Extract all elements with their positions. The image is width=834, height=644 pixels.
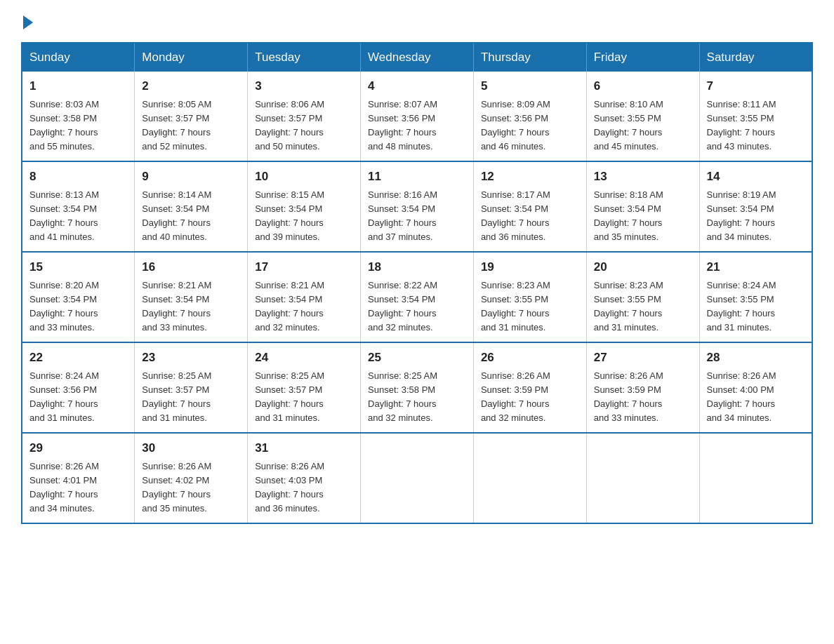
day-number: 27 bbox=[594, 349, 692, 367]
calendar-cell: 11 Sunrise: 8:16 AMSunset: 3:54 PMDaylig… bbox=[361, 161, 474, 252]
day-info: Sunrise: 8:13 AMSunset: 3:54 PMDaylight:… bbox=[29, 189, 99, 242]
day-info: Sunrise: 8:15 AMSunset: 3:54 PMDaylight:… bbox=[255, 189, 324, 242]
calendar-cell: 27 Sunrise: 8:26 AMSunset: 3:59 PMDaylig… bbox=[586, 342, 699, 433]
day-number: 17 bbox=[255, 258, 353, 276]
day-info: Sunrise: 8:05 AMSunset: 3:57 PMDaylight:… bbox=[142, 99, 211, 152]
calendar-cell: 15 Sunrise: 8:20 AMSunset: 3:54 PMDaylig… bbox=[22, 252, 135, 342]
day-number: 11 bbox=[368, 168, 466, 186]
day-info: Sunrise: 8:22 AMSunset: 3:54 PMDaylight:… bbox=[368, 280, 437, 333]
day-info: Sunrise: 8:17 AMSunset: 3:54 PMDaylight:… bbox=[481, 189, 550, 242]
calendar-cell: 19 Sunrise: 8:23 AMSunset: 3:55 PMDaylig… bbox=[473, 252, 586, 342]
calendar-cell: 16 Sunrise: 8:21 AMSunset: 3:54 PMDaylig… bbox=[135, 252, 248, 342]
calendar-cell: 12 Sunrise: 8:17 AMSunset: 3:54 PMDaylig… bbox=[473, 161, 586, 252]
day-number: 9 bbox=[142, 168, 240, 186]
day-info: Sunrise: 8:25 AMSunset: 3:58 PMDaylight:… bbox=[368, 370, 437, 423]
day-number: 28 bbox=[707, 349, 805, 367]
calendar-cell: 2 Sunrise: 8:05 AMSunset: 3:57 PMDayligh… bbox=[135, 72, 248, 161]
day-info: Sunrise: 8:06 AMSunset: 3:57 PMDaylight:… bbox=[255, 99, 324, 152]
day-info: Sunrise: 8:10 AMSunset: 3:55 PMDaylight:… bbox=[594, 99, 663, 152]
day-number: 21 bbox=[707, 258, 805, 276]
calendar-cell: 20 Sunrise: 8:23 AMSunset: 3:55 PMDaylig… bbox=[586, 252, 699, 342]
page-header bbox=[21, 14, 813, 29]
header-saturday: Saturday bbox=[699, 43, 812, 72]
day-number: 15 bbox=[29, 258, 127, 276]
day-number: 13 bbox=[594, 168, 692, 186]
day-info: Sunrise: 8:11 AMSunset: 3:55 PMDaylight:… bbox=[707, 99, 776, 152]
calendar-cell: 18 Sunrise: 8:22 AMSunset: 3:54 PMDaylig… bbox=[361, 252, 474, 342]
calendar-cell: 3 Sunrise: 8:06 AMSunset: 3:57 PMDayligh… bbox=[248, 72, 361, 161]
calendar-cell: 23 Sunrise: 8:25 AMSunset: 3:57 PMDaylig… bbox=[135, 342, 248, 433]
calendar-cell bbox=[699, 433, 812, 523]
day-number: 14 bbox=[707, 168, 805, 186]
day-number: 6 bbox=[594, 77, 692, 95]
calendar-cell: 9 Sunrise: 8:14 AMSunset: 3:54 PMDayligh… bbox=[135, 161, 248, 252]
day-info: Sunrise: 8:23 AMSunset: 3:55 PMDaylight:… bbox=[481, 280, 550, 333]
header-friday: Friday bbox=[586, 43, 699, 72]
logo bbox=[21, 14, 33, 29]
calendar-week-4: 22 Sunrise: 8:24 AMSunset: 3:56 PMDaylig… bbox=[22, 342, 812, 433]
day-info: Sunrise: 8:21 AMSunset: 3:54 PMDaylight:… bbox=[142, 280, 211, 333]
day-info: Sunrise: 8:20 AMSunset: 3:54 PMDaylight:… bbox=[29, 280, 99, 333]
calendar-cell: 25 Sunrise: 8:25 AMSunset: 3:58 PMDaylig… bbox=[361, 342, 474, 433]
calendar-cell: 6 Sunrise: 8:10 AMSunset: 3:55 PMDayligh… bbox=[586, 72, 699, 161]
day-number: 10 bbox=[255, 168, 353, 186]
calendar-cell: 29 Sunrise: 8:26 AMSunset: 4:01 PMDaylig… bbox=[22, 433, 135, 523]
calendar-cell: 21 Sunrise: 8:24 AMSunset: 3:55 PMDaylig… bbox=[699, 252, 812, 342]
day-info: Sunrise: 8:25 AMSunset: 3:57 PMDaylight:… bbox=[142, 370, 211, 423]
day-number: 23 bbox=[142, 349, 240, 367]
day-number: 3 bbox=[255, 77, 353, 95]
day-number: 22 bbox=[29, 349, 127, 367]
calendar-header-row: SundayMondayTuesdayWednesdayThursdayFrid… bbox=[22, 43, 812, 72]
day-number: 1 bbox=[29, 77, 127, 95]
day-number: 5 bbox=[481, 77, 579, 95]
day-info: Sunrise: 8:14 AMSunset: 3:54 PMDaylight:… bbox=[142, 189, 211, 242]
day-number: 18 bbox=[368, 258, 466, 276]
day-info: Sunrise: 8:03 AMSunset: 3:58 PMDaylight:… bbox=[29, 99, 99, 152]
logo-arrow-icon bbox=[23, 15, 33, 29]
calendar-cell: 31 Sunrise: 8:26 AMSunset: 4:03 PMDaylig… bbox=[248, 433, 361, 523]
day-info: Sunrise: 8:26 AMSunset: 3:59 PMDaylight:… bbox=[594, 370, 663, 423]
day-info: Sunrise: 8:18 AMSunset: 3:54 PMDaylight:… bbox=[594, 189, 663, 242]
calendar-cell: 26 Sunrise: 8:26 AMSunset: 3:59 PMDaylig… bbox=[473, 342, 586, 433]
calendar-week-3: 15 Sunrise: 8:20 AMSunset: 3:54 PMDaylig… bbox=[22, 252, 812, 342]
calendar-table: SundayMondayTuesdayWednesdayThursdayFrid… bbox=[21, 42, 813, 524]
calendar-cell: 30 Sunrise: 8:26 AMSunset: 4:02 PMDaylig… bbox=[135, 433, 248, 523]
calendar-cell: 24 Sunrise: 8:25 AMSunset: 3:57 PMDaylig… bbox=[248, 342, 361, 433]
day-number: 29 bbox=[29, 439, 127, 457]
day-number: 12 bbox=[481, 168, 579, 186]
day-info: Sunrise: 8:19 AMSunset: 3:54 PMDaylight:… bbox=[707, 189, 776, 242]
day-number: 26 bbox=[481, 349, 579, 367]
day-number: 25 bbox=[368, 349, 466, 367]
calendar-cell: 7 Sunrise: 8:11 AMSunset: 3:55 PMDayligh… bbox=[699, 72, 812, 161]
header-tuesday: Tuesday bbox=[248, 43, 361, 72]
day-info: Sunrise: 8:26 AMSunset: 4:03 PMDaylight:… bbox=[255, 461, 324, 514]
day-info: Sunrise: 8:26 AMSunset: 4:02 PMDaylight:… bbox=[142, 461, 211, 514]
day-info: Sunrise: 8:26 AMSunset: 4:01 PMDaylight:… bbox=[29, 461, 99, 514]
calendar-cell: 22 Sunrise: 8:24 AMSunset: 3:56 PMDaylig… bbox=[22, 342, 135, 433]
day-info: Sunrise: 8:24 AMSunset: 3:56 PMDaylight:… bbox=[29, 370, 99, 423]
day-number: 7 bbox=[707, 77, 805, 95]
day-number: 19 bbox=[481, 258, 579, 276]
calendar-cell: 10 Sunrise: 8:15 AMSunset: 3:54 PMDaylig… bbox=[248, 161, 361, 252]
calendar-week-1: 1 Sunrise: 8:03 AMSunset: 3:58 PMDayligh… bbox=[22, 72, 812, 161]
calendar-cell: 17 Sunrise: 8:21 AMSunset: 3:54 PMDaylig… bbox=[248, 252, 361, 342]
day-number: 20 bbox=[594, 258, 692, 276]
day-number: 2 bbox=[142, 77, 240, 95]
calendar-cell bbox=[586, 433, 699, 523]
header-monday: Monday bbox=[135, 43, 248, 72]
calendar-week-2: 8 Sunrise: 8:13 AMSunset: 3:54 PMDayligh… bbox=[22, 161, 812, 252]
calendar-cell: 4 Sunrise: 8:07 AMSunset: 3:56 PMDayligh… bbox=[361, 72, 474, 161]
header-sunday: Sunday bbox=[22, 43, 135, 72]
calendar-cell: 14 Sunrise: 8:19 AMSunset: 3:54 PMDaylig… bbox=[699, 161, 812, 252]
day-number: 24 bbox=[255, 349, 353, 367]
day-number: 16 bbox=[142, 258, 240, 276]
day-info: Sunrise: 8:26 AMSunset: 3:59 PMDaylight:… bbox=[481, 370, 550, 423]
day-info: Sunrise: 8:24 AMSunset: 3:55 PMDaylight:… bbox=[707, 280, 776, 333]
calendar-cell: 1 Sunrise: 8:03 AMSunset: 3:58 PMDayligh… bbox=[22, 72, 135, 161]
day-info: Sunrise: 8:21 AMSunset: 3:54 PMDaylight:… bbox=[255, 280, 324, 333]
calendar-week-5: 29 Sunrise: 8:26 AMSunset: 4:01 PMDaylig… bbox=[22, 433, 812, 523]
calendar-cell: 8 Sunrise: 8:13 AMSunset: 3:54 PMDayligh… bbox=[22, 161, 135, 252]
day-number: 8 bbox=[29, 168, 127, 186]
day-number: 30 bbox=[142, 439, 240, 457]
calendar-cell: 13 Sunrise: 8:18 AMSunset: 3:54 PMDaylig… bbox=[586, 161, 699, 252]
